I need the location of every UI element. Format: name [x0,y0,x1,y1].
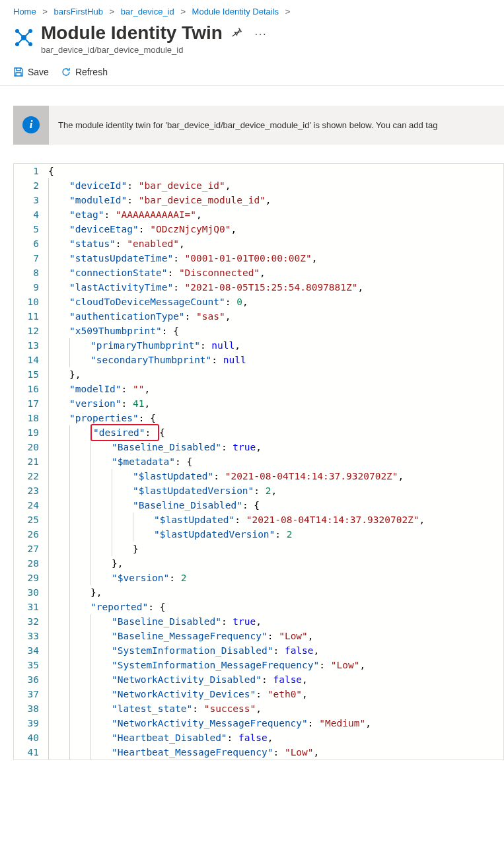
editor-line[interactable]: 8"connectionState": "Disconnected", [14,266,503,280]
line-content[interactable]: "$lastUpdated": "2021-08-04T14:14:37.932… [133,469,404,483]
indent-guides [48,687,112,701]
editor-line[interactable]: 16"modelId": "", [14,382,503,396]
line-content[interactable]: "moduleId": "bar_device_module_id", [69,193,271,207]
line-content[interactable]: "Heartbeat_MessageFrequency": "Low", [112,745,319,760]
json-editor[interactable]: 1{2"deviceId": "bar_device_id",3"moduleI… [13,163,504,760]
line-content[interactable]: "NetworkActivity_MessageFrequency": "Med… [112,716,371,730]
breadcrumb-sep: > [285,7,291,17]
editor-line[interactable]: 25"$lastUpdated": "2021-08-04T14:14:37.9… [14,513,503,527]
line-content[interactable]: "latest_state": "success", [112,701,262,716]
indent-guides [48,745,112,760]
pin-button[interactable] [228,24,246,42]
line-content[interactable]: "version": 41, [69,396,150,411]
editor-line[interactable]: 38"latest_state": "success", [14,701,503,716]
line-content[interactable]: "lastActivityTime": "2021-08-05T15:25:54… [69,280,363,295]
line-content[interactable]: "statusUpdateTime": "0001-01-01T00:00:00… [69,251,317,266]
editor-line[interactable]: 32"Baseline_Disabled": true, [14,614,503,629]
line-content[interactable]: "NetworkActivity_Devices": "eth0", [112,687,308,701]
line-content[interactable]: { [48,164,54,178]
breadcrumb-link-device[interactable]: bar_device_id [121,7,174,17]
editor-line[interactable]: 11"authenticationType": "sas", [14,309,503,324]
editor-line[interactable]: 40"Heartbeat_Disabled": false, [14,730,503,745]
line-content[interactable]: "$version": 2 [112,571,187,585]
line-content[interactable]: "$lastUpdated": "2021-08-04T14:14:37.932… [154,513,425,527]
editor-line[interactable]: 29"$version": 2 [14,571,503,585]
line-content[interactable]: }, [112,556,123,571]
more-button[interactable]: ··· [251,25,271,42]
editor-line[interactable]: 6"status": "enabled", [14,236,503,251]
line-content[interactable]: "reported": { [90,600,166,614]
editor-line[interactable]: 34"SystemInformation_Disabled": false, [14,643,503,658]
line-content[interactable]: "authenticationType": "sas", [69,309,231,324]
save-button[interactable]: Save [13,65,49,79]
editor-line[interactable]: 14"secondaryThumbprint": null [14,353,503,367]
breadcrumb-link-hub[interactable]: barsFirstHub [54,7,103,17]
line-content[interactable]: "SystemInformation_Disabled": false, [112,643,319,658]
line-number: 8 [14,266,48,280]
indent-guides [48,338,90,353]
line-content[interactable]: "Baseline_Disabled": true, [112,614,262,629]
editor-line[interactable]: 31"reported": { [14,600,503,614]
line-content[interactable]: "connectionState": "Disconnected", [69,266,266,280]
line-content[interactable]: "$lastUpdatedVersion": 2 [154,527,293,542]
line-content[interactable]: }, [69,367,81,382]
editor-line[interactable]: 1{ [14,164,503,178]
editor-line[interactable]: 24"Baseline_Disabled": { [14,498,503,513]
line-content[interactable]: "deviceEtag": "ODczNjcyMjQ0", [69,222,236,236]
line-content[interactable]: }, [90,585,102,600]
editor-line[interactable]: 21"$metadata": { [14,454,503,469]
breadcrumb-link-home[interactable]: Home [13,7,36,17]
line-content[interactable]: "properties": { [69,411,156,425]
editor-line[interactable]: 15}, [14,367,503,382]
editor-line[interactable]: 2"deviceId": "bar_device_id", [14,178,503,193]
line-content[interactable]: "cloudToDeviceMessageCount": 0, [69,295,248,309]
editor-line[interactable]: 35"SystemInformation_MessageFrequency": … [14,658,503,672]
line-content[interactable]: "modelId": "", [69,382,150,396]
editor-line[interactable]: 7"statusUpdateTime": "0001-01-01T00:00:0… [14,251,503,266]
line-number: 28 [14,556,48,571]
info-icon: i [22,116,40,133]
editor-line[interactable]: 22"$lastUpdated": "2021-08-04T14:14:37.9… [14,469,503,483]
editor-line[interactable]: 28}, [14,556,503,571]
line-content[interactable]: "$metadata": { [112,454,192,469]
line-content[interactable]: "Baseline_MessageFrequency": "Low", [112,629,314,643]
line-content[interactable]: "Baseline_Disabled": true, [112,440,262,454]
line-content[interactable]: "secondaryThumbprint": null [90,353,246,367]
editor-line[interactable]: 5"deviceEtag": "ODczNjcyMjQ0", [14,222,503,236]
line-content[interactable]: "$lastUpdatedVersion": 2, [133,483,277,498]
editor-line[interactable]: 26"$lastUpdatedVersion": 2 [14,527,503,542]
line-content[interactable]: } [133,542,139,556]
editor-line[interactable]: 20"Baseline_Disabled": true, [14,440,503,454]
refresh-label: Refresh [75,67,108,77]
line-content[interactable]: "etag": "AAAAAAAAAAI=", [69,207,202,222]
editor-line[interactable]: 17"version": 41, [14,396,503,411]
editor-line[interactable]: 9"lastActivityTime": "2021-08-05T15:25:5… [14,280,503,295]
editor-line[interactable]: 10"cloudToDeviceMessageCount": 0, [14,295,503,309]
line-content[interactable]: "x509Thumbprint": { [69,324,179,338]
line-content[interactable]: "deviceId": "bar_device_id", [69,178,231,193]
editor-line[interactable]: 33"Baseline_MessageFrequency": "Low", [14,629,503,643]
refresh-button[interactable]: Refresh [61,65,108,79]
editor-line[interactable]: 3"moduleId": "bar_device_module_id", [14,193,503,207]
line-content[interactable]: "status": "enabled", [69,236,185,251]
line-content[interactable]: "Heartbeat_Disabled": false, [112,730,273,745]
line-content[interactable]: "primaryThumbprint": null, [90,338,240,353]
line-content[interactable]: "desired": { [90,425,165,440]
editor-line[interactable]: 13"primaryThumbprint": null, [14,338,503,353]
line-content[interactable]: "Baseline_Disabled": { [133,498,260,513]
editor-line[interactable]: 27} [14,542,503,556]
line-content[interactable]: "SystemInformation_MessageFrequency": "L… [112,658,365,672]
editor-line[interactable]: 36"NetworkActivity_Disabled": false, [14,672,503,687]
breadcrumb-link-module[interactable]: Module Identity Details [192,7,279,17]
editor-line[interactable]: 23"$lastUpdatedVersion": 2, [14,483,503,498]
editor-line[interactable]: 39"NetworkActivity_MessageFrequency": "M… [14,716,503,730]
editor-line[interactable]: 19"desired": { [14,425,503,440]
editor-line[interactable]: 4"etag": "AAAAAAAAAAI=", [14,207,503,222]
editor-line[interactable]: 12"x509Thumbprint": { [14,324,503,338]
editor-line[interactable]: 37"NetworkActivity_Devices": "eth0", [14,687,503,701]
line-number: 2 [14,178,48,193]
editor-line[interactable]: 30}, [14,585,503,600]
line-content[interactable]: "NetworkActivity_Disabled": false, [112,672,308,687]
editor-line[interactable]: 41"Heartbeat_MessageFrequency": "Low", [14,745,503,760]
editor-line[interactable]: 18"properties": { [14,411,503,425]
